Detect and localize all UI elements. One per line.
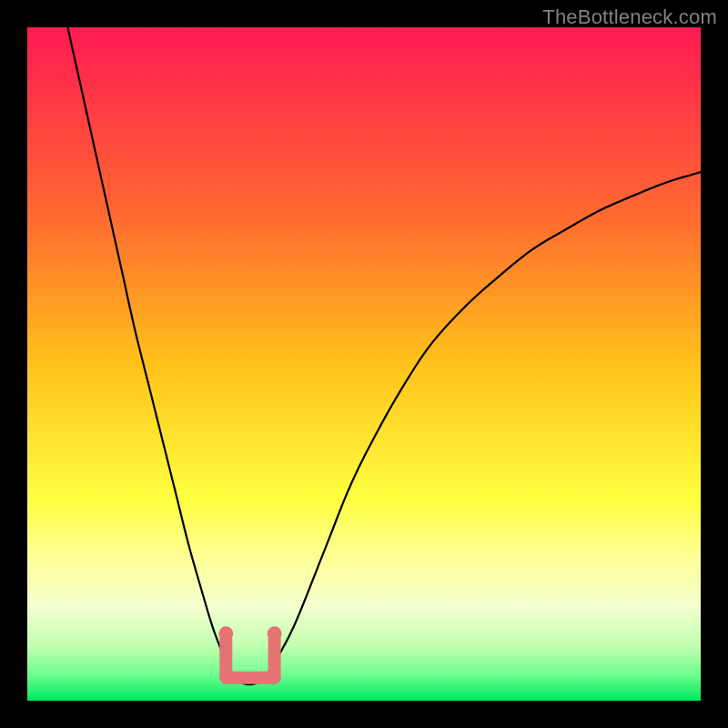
valley-marker-left bbox=[218, 626, 233, 678]
bottleneck-curve-chart bbox=[27, 27, 701, 701]
plot-area bbox=[27, 27, 701, 701]
watermark-text: TheBottleneck.com bbox=[542, 5, 717, 29]
svg-point-3 bbox=[268, 626, 282, 641]
svg-point-1 bbox=[218, 626, 233, 641]
chart-container: TheBottleneck.com bbox=[0, 0, 728, 728]
gradient-background bbox=[27, 27, 701, 701]
valley-marker-right bbox=[268, 626, 282, 678]
